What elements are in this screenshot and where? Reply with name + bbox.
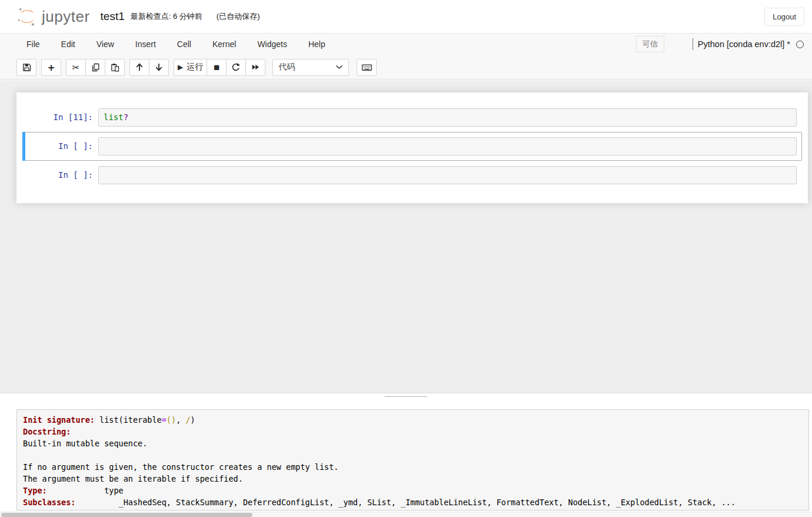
save-button[interactable] (16, 59, 36, 76)
menu-insert[interactable]: Insert (125, 34, 167, 54)
menu-help[interactable]: Help (298, 34, 336, 54)
input-prompt: In [ ]: (28, 166, 98, 181)
copy-cell-button[interactable] (85, 59, 105, 76)
header: jupyter test1 最新检查点: 6 分钟前 (已自动保存) Logou… (0, 0, 812, 34)
kernel-name: Python [conda env:d2l] * (698, 39, 790, 49)
menu-cell[interactable]: Cell (167, 34, 202, 54)
menu-widgets[interactable]: Widgets (247, 34, 298, 54)
code-input-2[interactable] (98, 137, 797, 155)
run-icon: ▶ (178, 64, 183, 71)
arrow-down-icon (154, 62, 164, 72)
pager-text: Init signature: list(iterable=(), /)Docs… (23, 414, 803, 508)
move-cell-up-button[interactable] (129, 59, 149, 76)
cell-type-value: 代码 (278, 62, 335, 72)
code-line: list? (104, 112, 128, 122)
arrow-up-icon (135, 62, 144, 72)
trusted-badge: 可信 (636, 36, 664, 52)
cut-cell-button[interactable]: ✂ (66, 59, 86, 76)
jupyter-logo-icon (16, 6, 38, 27)
chevron-down-icon (335, 65, 343, 69)
menu-edit[interactable]: Edit (51, 34, 86, 54)
cell-type-select[interactable]: 代码 (272, 59, 349, 76)
code-input-1[interactable]: list? (98, 108, 797, 127)
paste-cell-button[interactable] (105, 59, 125, 76)
restart-run-all-button[interactable] (245, 59, 265, 76)
input-prompt: In [ ]: (28, 137, 98, 153)
jupyter-logo-text: jupyter (42, 8, 90, 26)
code-cell-1[interactable]: In [11]: list? (22, 103, 802, 132)
paste-icon (110, 62, 120, 72)
menu-file[interactable]: File (16, 34, 51, 54)
jupyter-logo[interactable]: jupyter (16, 6, 90, 27)
menu-toolbar-panel: File Edit View Insert Cell Kernel Widget… (0, 34, 812, 79)
autosave-status: (已自动保存) (217, 11, 260, 22)
menu-kernel[interactable]: Kernel (202, 34, 247, 54)
horizontal-scrollbar[interactable] (0, 512, 812, 517)
checkpoint-status: 最新检查点: 6 分钟前 (131, 11, 202, 22)
menubar: File Edit View Insert Cell Kernel Widget… (0, 34, 812, 55)
kernel-idle-icon (796, 41, 804, 48)
run-label: 运行 (187, 62, 203, 72)
input-prompt: In [11]: (28, 108, 98, 124)
copy-icon (91, 62, 101, 72)
restart-icon (231, 62, 241, 72)
notebook-container: In [11]: list? In [ ]: In [ ]: (16, 92, 808, 203)
restart-kernel-button[interactable] (226, 59, 246, 76)
move-cell-down-button[interactable] (149, 59, 169, 76)
menu-view[interactable]: View (86, 34, 125, 54)
logout-button[interactable]: Logout (764, 8, 804, 26)
pager-content[interactable]: Init signature: list(iterable=(), /)Docs… (16, 409, 809, 511)
stop-icon: ■ (214, 62, 219, 72)
code-cell-3[interactable]: In [ ]: (22, 161, 802, 190)
interrupt-kernel-button[interactable]: ■ (207, 59, 227, 76)
horizontal-scrollbar-thumb[interactable] (1, 513, 252, 517)
keyboard-icon (361, 62, 372, 73)
command-palette-button[interactable] (357, 59, 377, 76)
notebook-title[interactable]: test1 (101, 10, 125, 23)
insert-cell-below-button[interactable]: + (41, 59, 61, 76)
code-input-3[interactable] (98, 166, 797, 184)
fast-forward-icon (251, 62, 260, 72)
save-icon (22, 62, 32, 72)
plus-icon: + (48, 62, 54, 73)
code-cell-2-selected[interactable]: In [ ]: (22, 132, 802, 161)
scissors-icon: ✂ (72, 63, 80, 72)
pager: Init signature: list(iterable=(), /)Docs… (0, 393, 812, 517)
run-cell-button[interactable]: ▶ 运行 (174, 59, 207, 76)
pager-resize-handle[interactable] (385, 396, 427, 398)
kernel-separator (693, 38, 693, 50)
toolbar: + ✂ (0, 55, 812, 79)
